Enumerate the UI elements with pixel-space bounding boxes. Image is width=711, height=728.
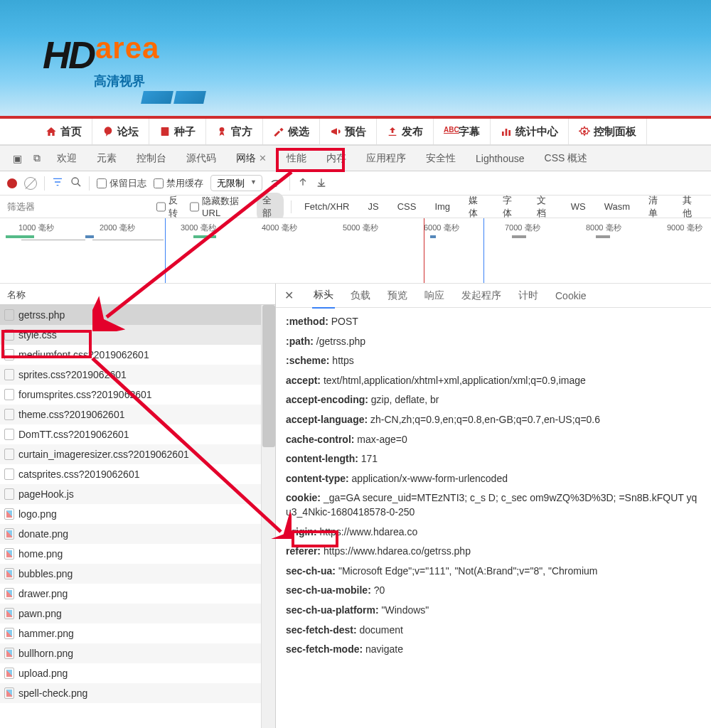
request-row[interactable]: bullhorn.png	[0, 643, 275, 663]
nav-label: 字幕	[459, 125, 480, 139]
request-row[interactable]: upload.png	[0, 663, 275, 683]
filter-css[interactable]: CSS	[392, 200, 422, 213]
nav-forum[interactable]: 论坛	[92, 119, 149, 144]
img-file-icon	[4, 608, 14, 619]
request-row[interactable]: DomTT.css?2019062601	[0, 424, 275, 444]
network-toolbar: 保留日志 禁用缓存 无限制	[0, 171, 711, 196]
header-value: text/html,application/xhtml+xml,applicat…	[321, 375, 586, 386]
tab-response[interactable]: 响应	[423, 284, 446, 308]
import-icon[interactable]	[297, 176, 309, 190]
close-icon[interactable]: ✕	[284, 289, 294, 302]
scrollbar[interactable]	[261, 305, 275, 728]
tab-payload[interactable]: 负载	[349, 284, 372, 308]
clear-button[interactable]	[24, 177, 37, 190]
tab-performance[interactable]: 性能	[277, 146, 316, 171]
nav-publish[interactable]: 发布	[377, 119, 434, 144]
js-file-icon	[4, 488, 14, 500]
request-row[interactable]: mediumfont.css?2019062601	[0, 345, 275, 365]
tab-cssoverview[interactable]: CSS 概述	[535, 146, 598, 171]
nav-home[interactable]: 首页	[36, 119, 92, 144]
header-key: :path:	[286, 336, 314, 347]
close-icon[interactable]: ✕	[259, 153, 267, 164]
request-row[interactable]: getrss.php	[0, 305, 275, 325]
device-icon[interactable]: ⧉	[27, 152, 47, 164]
inspect-icon[interactable]: ▣	[7, 153, 27, 164]
filter-wasm[interactable]: Wasm	[599, 200, 636, 213]
tab-elements[interactable]: 元素	[87, 146, 127, 171]
tab-initiator[interactable]: 发起程序	[460, 284, 503, 308]
filter-js[interactable]: JS	[362, 200, 384, 213]
timeline-tick: 6000 毫秒	[424, 223, 459, 233]
request-row[interactable]: hammer.png	[0, 623, 275, 643]
img-file-icon	[4, 568, 14, 579]
request-row[interactable]: catsprites.css?2019062601	[0, 464, 275, 484]
header-row: origin: https://www.hdarea.co	[286, 525, 701, 540]
headers-list[interactable]: :method: POST:path: /getrss.php:scheme: …	[276, 308, 711, 728]
nav-candidate[interactable]: 候选	[263, 119, 320, 144]
request-row[interactable]: pageHook.js	[0, 484, 275, 504]
filter-img[interactable]: Img	[429, 200, 456, 213]
tab-memory[interactable]: 内存	[316, 146, 356, 171]
request-row[interactable]: forumsprites.css?2019062601	[0, 385, 275, 405]
disable-cache-checkbox[interactable]: 禁用缓存	[154, 177, 203, 190]
column-header-name[interactable]: 名称	[0, 284, 275, 305]
css-file-icon	[4, 329, 14, 341]
filter-doc[interactable]: 文档	[531, 193, 558, 221]
header-row: cache-control: max-age=0	[286, 433, 701, 447]
header-key: sec-ch-ua-platform:	[286, 604, 379, 616]
tab-console[interactable]: 控制台	[127, 146, 176, 171]
filter-input[interactable]	[7, 201, 57, 212]
tab-network[interactable]: 网络✕	[226, 146, 277, 171]
tab-preview[interactable]: 预览	[386, 284, 409, 308]
header-key: sec-ch-ua:	[286, 565, 336, 577]
filter-media[interactable]: 媒体	[463, 193, 490, 221]
request-name: hammer.png	[18, 628, 74, 639]
record-button[interactable]	[7, 178, 17, 188]
nav-official[interactable]: 官方	[206, 119, 263, 144]
tab-lighthouse[interactable]: Lighthouse	[466, 146, 535, 171]
tab-headers[interactable]: 标头	[312, 283, 335, 309]
throttling-select[interactable]: 无限制	[210, 175, 262, 191]
filter-icon[interactable]	[52, 176, 63, 190]
filter-other[interactable]: 其他	[677, 193, 704, 221]
nav-subtitle[interactable]: ABC字幕	[434, 119, 491, 144]
tab-application[interactable]: 应用程序	[356, 146, 416, 171]
request-row[interactable]: curtain_imageresizer.css?2019062601	[0, 444, 275, 464]
request-row[interactable]: donate.png	[0, 524, 275, 544]
network-timeline[interactable]: 1000 毫秒 2000 毫秒 3000 毫秒 4000 毫秒 5000 毫秒 …	[0, 218, 711, 284]
hide-data-urls-checkbox[interactable]: 隐藏数据 URL	[190, 195, 250, 218]
nav-stats[interactable]: 统计中心	[491, 119, 569, 144]
request-list[interactable]: getrss.phpstyle.cssmediumfont.css?201906…	[0, 305, 275, 728]
gear-icon	[579, 126, 590, 137]
search-icon[interactable]	[70, 176, 82, 190]
request-row[interactable]: spell-check.png	[0, 683, 275, 703]
request-row[interactable]: bubbles.png	[0, 564, 275, 584]
timeline-tick: 8000 毫秒	[586, 223, 621, 233]
filter-ws[interactable]: WS	[565, 200, 592, 213]
request-row[interactable]: theme.css?2019062601	[0, 405, 275, 424]
tab-sources[interactable]: 源代码	[176, 146, 226, 171]
request-row[interactable]: drawer.png	[0, 584, 275, 604]
filter-fetch[interactable]: Fetch/XHR	[299, 200, 356, 213]
request-row[interactable]: pawn.png	[0, 604, 275, 623]
tab-timing[interactable]: 计时	[517, 284, 540, 308]
request-row[interactable]: logo.png	[0, 504, 275, 524]
preserve-log-checkbox[interactable]: 保留日志	[97, 177, 146, 190]
wifi-icon[interactable]	[269, 176, 282, 191]
tab-cookies[interactable]: Cookie	[554, 284, 588, 307]
nav-preview[interactable]: 预告	[320, 119, 377, 144]
request-row[interactable]: home.png	[0, 544, 275, 564]
request-row[interactable]: style.css	[0, 325, 275, 345]
export-icon[interactable]	[316, 176, 327, 190]
request-row[interactable]: sprites.css?2019062601	[0, 365, 275, 385]
filter-font[interactable]: 字体	[497, 193, 524, 221]
tab-welcome[interactable]: 欢迎	[47, 146, 87, 171]
nav-seed[interactable]: 种子	[149, 119, 206, 144]
nav-panel[interactable]: 控制面板	[569, 119, 647, 144]
tab-security[interactable]: 安全性	[416, 146, 466, 171]
filter-manifest[interactable]: 清单	[643, 193, 670, 221]
invert-checkbox[interactable]: 反转	[156, 194, 183, 220]
css-file-icon	[4, 469, 14, 480]
filter-all[interactable]: 全部	[257, 193, 284, 221]
site-logo[interactable]: HDarea 高清视界	[43, 33, 208, 107]
